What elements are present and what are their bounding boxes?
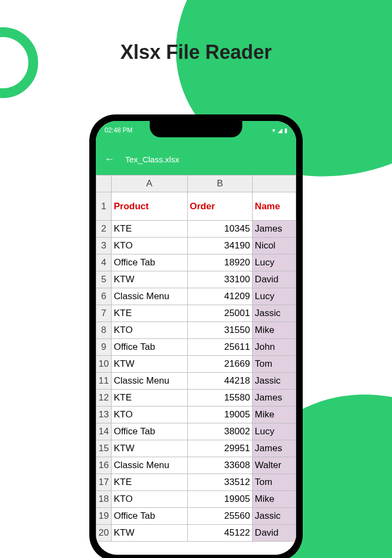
- cell-order[interactable]: 45122: [187, 525, 253, 542]
- phone-notch: [150, 121, 242, 137]
- table-row: 3KTO34190Nicol: [96, 238, 296, 254]
- cell-name[interactable]: Lucy: [253, 254, 296, 271]
- cell-product[interactable]: KTE: [111, 221, 187, 238]
- cell-order[interactable]: 19005: [187, 407, 253, 423]
- page-title: Xlsx File Reader: [0, 41, 392, 64]
- cell-product[interactable]: KTE: [111, 390, 187, 407]
- table-row: 14Office Tab38002Lucy: [96, 423, 296, 440]
- cell-product[interactable]: KTO: [111, 322, 187, 339]
- cell-order[interactable]: 44218: [187, 373, 253, 390]
- col-header-b[interactable]: B: [187, 175, 253, 192]
- row-header[interactable]: 10: [96, 356, 112, 373]
- cell-order[interactable]: 33512: [187, 474, 253, 491]
- row-header[interactable]: 15: [96, 440, 112, 457]
- row-header[interactable]: 6: [96, 288, 112, 305]
- row-header[interactable]: 16: [96, 457, 112, 474]
- row-header[interactable]: 13: [96, 407, 112, 423]
- row-header[interactable]: 3: [96, 238, 112, 254]
- cell-name[interactable]: James: [253, 390, 296, 407]
- cell-product[interactable]: Office Tab: [111, 254, 187, 271]
- table-row: 7KTE25001Jassic: [96, 305, 296, 322]
- row-header[interactable]: 14: [96, 423, 112, 440]
- header-product[interactable]: Product: [111, 192, 187, 221]
- table-row: 17KTE33512Tom: [96, 474, 296, 491]
- cell-order[interactable]: 19905: [187, 491, 253, 508]
- corner-cell[interactable]: [96, 175, 112, 192]
- row-header[interactable]: 8: [96, 322, 112, 339]
- cell-name[interactable]: Tom: [253, 474, 296, 491]
- table-row: 15KTW29951James: [96, 440, 296, 457]
- cell-name[interactable]: John: [253, 339, 296, 356]
- cell-name[interactable]: Mike: [253, 491, 296, 508]
- cell-product[interactable]: Office Tab: [111, 508, 187, 525]
- cell-product[interactable]: Classic Menu: [111, 373, 187, 390]
- back-button[interactable]: ←: [105, 154, 114, 165]
- spreadsheet[interactable]: A B 1 Product Order Name 2KTE10345James3…: [96, 175, 296, 542]
- signal-icon: ◢: [278, 127, 282, 134]
- cell-name[interactable]: David: [253, 271, 296, 288]
- cell-order[interactable]: 33100: [187, 271, 253, 288]
- table-row: 6Classic Menu41209Lucy: [96, 288, 296, 305]
- cell-name[interactable]: David: [253, 525, 296, 542]
- table-row: 2KTE10345James: [96, 221, 296, 238]
- cell-order[interactable]: 38002: [187, 423, 253, 440]
- cell-name[interactable]: Walter: [253, 457, 296, 474]
- cell-product[interactable]: Office Tab: [111, 339, 187, 356]
- row-header[interactable]: 20: [96, 525, 112, 542]
- row-header[interactable]: 12: [96, 390, 112, 407]
- cell-product[interactable]: KTW: [111, 525, 187, 542]
- cell-order[interactable]: 41209: [187, 288, 253, 305]
- cell-product[interactable]: KTO: [111, 491, 187, 508]
- cell-product[interactable]: Classic Menu: [111, 457, 187, 474]
- row-header[interactable]: 19: [96, 508, 112, 525]
- cell-name[interactable]: Lucy: [253, 288, 296, 305]
- cell-name[interactable]: James: [253, 440, 296, 457]
- cell-product[interactable]: Classic Menu: [111, 288, 187, 305]
- cell-order[interactable]: 25560: [187, 508, 253, 525]
- cell-name[interactable]: Lucy: [253, 423, 296, 440]
- col-header-c[interactable]: [253, 175, 296, 192]
- cell-name[interactable]: Nicol: [253, 238, 296, 254]
- cell-order[interactable]: 25001: [187, 305, 253, 322]
- cell-order[interactable]: 31550: [187, 322, 253, 339]
- cell-order[interactable]: 33608: [187, 457, 253, 474]
- row-header[interactable]: 7: [96, 305, 112, 322]
- cell-name[interactable]: Mike: [253, 407, 296, 423]
- row-header[interactable]: 4: [96, 254, 112, 271]
- cell-product[interactable]: KTO: [111, 407, 187, 423]
- row-header[interactable]: 2: [96, 221, 112, 238]
- cell-name[interactable]: Jassic: [253, 508, 296, 525]
- cell-order[interactable]: 21669: [187, 356, 253, 373]
- cell-product[interactable]: KTW: [111, 271, 187, 288]
- header-order[interactable]: Order: [187, 192, 253, 221]
- row-header[interactable]: 11: [96, 373, 112, 390]
- battery-icon: ▮: [284, 127, 287, 134]
- cell-product[interactable]: KTE: [111, 305, 187, 322]
- header-name[interactable]: Name: [253, 192, 296, 221]
- cell-product[interactable]: KTO: [111, 238, 187, 254]
- row-header[interactable]: 1: [96, 192, 112, 221]
- cell-order[interactable]: 15580: [187, 390, 253, 407]
- cell-order[interactable]: 29951: [187, 440, 253, 457]
- cell-name[interactable]: Tom: [253, 356, 296, 373]
- cell-product[interactable]: KTW: [111, 440, 187, 457]
- cell-product[interactable]: KTE: [111, 474, 187, 491]
- cell-order[interactable]: 18920: [187, 254, 253, 271]
- cell-name[interactable]: Mike: [253, 322, 296, 339]
- table-row: 5KTW33100David: [96, 271, 296, 288]
- row-header[interactable]: 18: [96, 491, 112, 508]
- col-header-a[interactable]: A: [111, 175, 187, 192]
- row-header[interactable]: 17: [96, 474, 112, 491]
- cell-name[interactable]: Jassic: [253, 305, 296, 322]
- cell-name[interactable]: Jassic: [253, 373, 296, 390]
- cell-order[interactable]: 10345: [187, 221, 253, 238]
- row-header[interactable]: 5: [96, 271, 112, 288]
- cell-name[interactable]: James: [253, 221, 296, 238]
- cell-product[interactable]: Office Tab: [111, 423, 187, 440]
- table-row: 10KTW21669Tom: [96, 356, 296, 373]
- row-header[interactable]: 9: [96, 339, 112, 356]
- cell-product[interactable]: KTW: [111, 356, 187, 373]
- cell-order[interactable]: 34190: [187, 238, 253, 254]
- cell-order[interactable]: 25611: [187, 339, 253, 356]
- table-row: 9Office Tab25611John: [96, 339, 296, 356]
